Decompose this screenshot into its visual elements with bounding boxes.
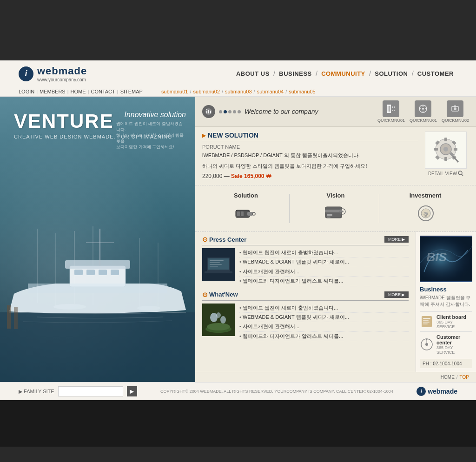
whats-item-2[interactable]: WEBMADE & DGIANT 템플릿 씨디가 새로이...: [239, 313, 409, 322]
nav-link-solution[interactable]: SOLUTION: [371, 68, 411, 79]
press-item-1[interactable]: 웹메이드 웹진이 새로이 출범하였습니다...: [239, 248, 409, 257]
press-more-btn[interactable]: MORE ▶: [384, 236, 409, 243]
nav-item-solution: SOLUTION: [371, 68, 411, 79]
svg-rect-89: [423, 318, 430, 319]
whats-item-3[interactable]: 사이트개편에 관련해서...: [239, 322, 409, 331]
submenu-5[interactable]: submanu05: [289, 89, 316, 94]
whats-item-4[interactable]: 웹메이드와 디자이언트가 알러스트 씨디를...: [239, 332, 409, 341]
client-board-icon: [420, 315, 434, 329]
svg-rect-42: [444, 138, 447, 141]
subnav-home[interactable]: HOME: [71, 89, 86, 94]
sub-sep3: /: [254, 89, 255, 94]
footer-sep: /: [456, 375, 458, 380]
nav-link-customer[interactable]: CUSTOMER: [414, 68, 457, 79]
svg-rect-64: [327, 217, 331, 218]
svg-rect-26: [387, 105, 391, 106]
logo-url: www.yourcompany.com: [37, 77, 87, 82]
hero-desc-line3: 보다지렴한 가격에 구입하세요!: [116, 144, 186, 150]
press-section: ⊙ Press Center MORE ▶: [202, 236, 409, 286]
price-dash: —: [224, 173, 231, 179]
press-thumb: [202, 248, 235, 281]
whats-content: 웹메이드 웹진이 새로이 출범하였습니다... WEBMADE & DGIANT…: [202, 304, 409, 342]
subnav-login[interactable]: LOGIN: [19, 89, 34, 94]
whats-more-btn[interactable]: MORE ▶: [384, 291, 409, 298]
nav-item-customer: CUSTOMER: [414, 68, 457, 79]
welcome-left: Welcome to our company: [202, 105, 318, 118]
lower-right: BIS Business iWEBMADE 템플릿을 구매해 주셔서 감사합니다…: [416, 232, 476, 372]
whats-item-1[interactable]: 웹메이드 웹진이 새로이 출범하였습니다...: [239, 304, 409, 313]
feature-solution[interactable]: Solution: [202, 190, 290, 227]
subnav-sitemap[interactable]: SITEMAP: [120, 89, 143, 94]
submenu-4[interactable]: submanu04: [257, 89, 284, 94]
svg-rect-43: [444, 157, 447, 161]
family-site: ▶ FAMILY SITE ▶: [19, 386, 137, 396]
vision-icon: [322, 202, 350, 225]
logo-icon[interactable]: i: [19, 66, 33, 81]
family-site-go-btn[interactable]: ▶: [127, 386, 137, 396]
press-item-3[interactable]: 사이트개편에 관련해서...: [239, 267, 409, 277]
svg-rect-58: [237, 211, 240, 216]
welcome-text: Welcome to our company: [245, 108, 318, 115]
content-area: VENTURE CREATIVE WEB DESIGN WEBMADE. FOR…: [0, 97, 476, 382]
feature-label-investment: Investment: [410, 192, 442, 199]
top-link[interactable]: TOP: [460, 375, 469, 380]
feature-investment[interactable]: Investment @: [382, 190, 469, 227]
svg-point-33: [422, 108, 424, 110]
submenu-3[interactable]: submanu03: [225, 89, 252, 94]
press-more-label: MORE: [388, 237, 401, 242]
footer-logo-text: webmade: [428, 388, 457, 395]
press-item-4[interactable]: 웹메이드와 디자이언트가 알러스트 씨디를...: [239, 277, 409, 286]
nav-link-business[interactable]: BUSINESS: [275, 68, 315, 79]
svg-rect-92: [423, 323, 428, 324]
customer-center-item[interactable]: Customer center 365 DAY SERVICE: [420, 331, 472, 357]
press-circle: ⊙: [202, 236, 208, 243]
quickmnu02-label: QUICKMNU01: [410, 118, 437, 123]
svg-point-54: [458, 171, 462, 175]
svg-rect-45: [454, 148, 457, 151]
welcome-icon: [202, 105, 215, 118]
sub-nav: LOGIN | MEMBERS | HOME | CONTACT | SITEM…: [0, 87, 476, 96]
svg-rect-30: [392, 110, 393, 111]
svg-rect-75: [210, 260, 224, 261]
svg-rect-10: [74, 270, 83, 275]
press-item-2[interactable]: WEBMADE & DGIANT 템플릿 씨디가 새로이...: [239, 257, 409, 267]
home-link[interactable]: HOME: [441, 375, 455, 380]
quick-links: QUICKMNU01: [377, 100, 469, 123]
nav-link-community[interactable]: COMMUNUITY: [317, 68, 369, 79]
quickmnu03-label: QUICKMNU02: [442, 118, 469, 123]
svg-rect-90: [423, 320, 429, 321]
svg-point-70: [425, 212, 427, 214]
feature-label-solution: Solution: [234, 192, 258, 199]
subnav-members[interactable]: MEMBERS: [40, 89, 66, 94]
svg-rect-21: [206, 109, 207, 110]
new-solution: ▶ NEW SOLUTION PORUCT NAME iWEBMADE / PS…: [195, 127, 476, 185]
family-site-input[interactable]: [58, 386, 123, 396]
quick-link-3[interactable]: QUICKMNU02: [442, 100, 469, 123]
subnav-sep4: |: [117, 89, 119, 94]
submenu-2[interactable]: submanu02: [193, 89, 220, 94]
quick-link-2[interactable]: QUICKMNU01: [410, 100, 437, 123]
feature-vision[interactable]: Vision: [292, 190, 379, 227]
quick-link-1[interactable]: QUICKMNU01: [377, 100, 405, 123]
submenu-1[interactable]: submanu01: [161, 89, 188, 94]
dot-5: [238, 110, 241, 113]
footer-main: ▶ FAMILY SITE ▶ COPYRIGHT© 2004 WEBMADE.…: [0, 382, 476, 400]
biz-title: Business: [420, 286, 472, 293]
whats-new-section: ⊙ What'New MORE ▶: [202, 291, 409, 342]
client-board-item[interactable]: Client board 365 DAY SERVICE: [420, 311, 472, 331]
subnav-contact[interactable]: CONTACT: [91, 89, 115, 94]
svg-rect-91: [423, 322, 430, 323]
subnav-sep2: |: [67, 89, 69, 94]
main-nav: ABOUT US / BUSINESS / COMMUNUITY / SOLUT…: [115, 68, 457, 79]
svg-rect-18: [14, 307, 18, 329]
detail-view[interactable]: DETAIL VIEW: [428, 171, 463, 176]
right-content: Welcome to our company: [195, 97, 476, 382]
nav-link-about[interactable]: ABOUT US: [232, 68, 273, 79]
svg-point-66: [342, 211, 344, 212]
investment-icon: @: [411, 202, 439, 225]
quickmnu01-label: QUICKMNU01: [377, 118, 405, 123]
svg-rect-59: [241, 211, 244, 216]
svg-rect-11: [86, 270, 95, 275]
nav-item-business: BUSINESS: [275, 68, 315, 79]
client-board-name: Client board: [436, 314, 472, 320]
